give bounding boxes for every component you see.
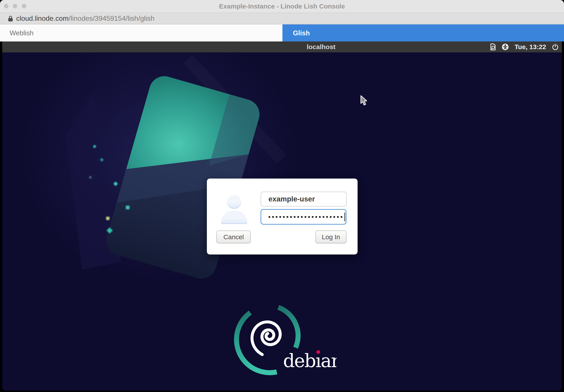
screen-magnifier-icon[interactable] xyxy=(490,43,496,51)
tab-glish-label: Glish xyxy=(293,29,310,37)
cancel-button-label: Cancel xyxy=(224,233,244,241)
debian-i-dot xyxy=(316,350,320,354)
cancel-button[interactable]: Cancel xyxy=(216,230,251,243)
lish-tab-bar: Weblish Glish xyxy=(0,24,564,42)
gdm-top-bar: localhost Tue, 13:22 xyxy=(2,41,562,52)
debian-arc-right xyxy=(278,307,298,348)
window-titlebar: Example-Instance - Linode Lish Console xyxy=(0,0,564,13)
user-avatar-icon-body xyxy=(221,211,247,224)
log-in-button[interactable]: Log In xyxy=(315,230,346,243)
username-value: example-user xyxy=(268,195,315,203)
window-title: Example-Instance - Linode Lish Console xyxy=(0,0,564,13)
password-input[interactable]: ••••••••••••••••••••• xyxy=(261,209,346,225)
debian-wordmark: debıan xyxy=(283,350,336,371)
password-masked-value: ••••••••••••••••••••• xyxy=(268,214,344,220)
log-in-button-label: Log In xyxy=(322,233,340,241)
url-domain: cloud.linode.com xyxy=(16,14,69,22)
debian-logo: debıan xyxy=(232,301,336,384)
tab-glish[interactable]: Glish xyxy=(282,25,564,42)
remote-screen: localhost Tue, 13:22 xyxy=(2,41,562,391)
mouse-cursor xyxy=(360,95,369,107)
debian-swirl-icon xyxy=(252,322,280,355)
text-caret xyxy=(344,213,345,221)
tab-weblish[interactable]: Weblish xyxy=(0,25,282,42)
power-icon[interactable] xyxy=(552,43,559,51)
glish-console-area: localhost Tue, 13:22 xyxy=(0,41,564,392)
tab-weblish-label: Weblish xyxy=(10,29,34,37)
url-path: /linodes/39459154/lish/glish xyxy=(69,14,155,22)
accessibility-icon[interactable] xyxy=(502,43,509,50)
hostname-label: localhost xyxy=(307,41,336,52)
user-avatar-icon xyxy=(227,195,241,209)
lock-icon xyxy=(8,15,13,22)
login-dialog: example-user ••••••••••••••••••••• Cance… xyxy=(207,178,358,255)
screenshot-root: Example-Instance - Linode Lish Console c… xyxy=(0,0,564,392)
gdm-status-area: Tue, 13:22 xyxy=(490,41,559,52)
browser-url-bar[interactable]: cloud.linode.com/linodes/39459154/lish/g… xyxy=(0,13,564,24)
clock-label[interactable]: Tue, 13:22 xyxy=(514,43,546,51)
username-input[interactable]: example-user xyxy=(261,192,347,206)
url-text: cloud.linode.com/linodes/39459154/lish/g… xyxy=(16,13,155,24)
